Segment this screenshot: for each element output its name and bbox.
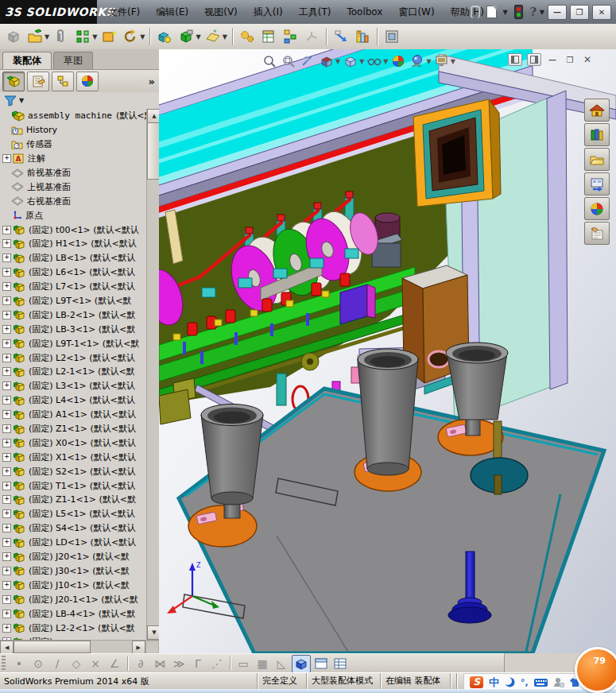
restore-button[interactable]: ❐ <box>570 5 589 20</box>
expand-plus-icon[interactable]: + <box>2 624 11 633</box>
line-tool-icon[interactable]: ∕ <box>48 656 66 672</box>
expand-plus-icon[interactable]: + <box>2 268 11 277</box>
filter-funnel-icon[interactable] <box>4 95 17 106</box>
expand-plus-icon[interactable]: + <box>2 495 11 504</box>
appearances-icon[interactable] <box>584 197 610 220</box>
tree-part-row[interactable]: + (固定) L2-2<1> (默认<默 <box>0 621 146 635</box>
interference-detection-icon[interactable] <box>331 26 351 47</box>
sogou-input-icon[interactable]: S <box>470 676 483 688</box>
bill-of-materials-icon[interactable] <box>258 26 279 47</box>
reference-geometry-caret-icon[interactable]: ▼ <box>223 33 227 41</box>
expand-plus-icon[interactable]: + <box>2 509 11 518</box>
tree-part-row[interactable]: + (固定) L5<1> (默认<默认 <box>0 507 146 521</box>
menu-item[interactable]: 插入(I) <box>246 3 291 21</box>
expand-plus-icon[interactable]: + <box>2 282 11 291</box>
exploded-view-icon[interactable] <box>280 26 300 47</box>
tree-part-row[interactable]: + (固定) X0<1> (默认<默认 <box>0 436 146 450</box>
tree-part-row[interactable]: + (固定) t00<1> (默认<默认 <box>0 223 146 237</box>
tree-part-row[interactable]: + (固定) L3<1> (默认<默认 <box>0 379 146 393</box>
expand-plus-icon[interactable]: + <box>2 453 11 462</box>
minimize-button[interactable]: — <box>548 5 567 20</box>
expand-plus-icon[interactable]: + <box>2 552 11 561</box>
menu-item[interactable]: 编辑(E) <box>148 3 196 21</box>
expand-plus-icon[interactable]: + <box>2 296 11 305</box>
new-document-caret-icon[interactable]: ▼ <box>502 9 507 16</box>
pane-right-icon[interactable] <box>527 53 541 66</box>
expand-plus-icon[interactable]: + <box>2 467 11 476</box>
menu-item[interactable]: 工具(T) <box>291 3 339 21</box>
expand-plus-icon[interactable]: + <box>2 339 11 348</box>
tab-sketch[interactable]: 草图 <box>53 52 93 69</box>
tree-part-row[interactable]: + (固定) LB-3<1> (默认<默 <box>0 322 146 336</box>
expand-plus-icon[interactable]: + <box>2 354 11 362</box>
explode-line-sketch-icon[interactable] <box>301 26 322 47</box>
new-motion-study-icon[interactable] <box>237 26 258 47</box>
performance-traffic-light-icon[interactable] <box>511 4 527 20</box>
tree-part-row[interactable]: + (固定) L4<1> (默认<默认 <box>0 393 146 408</box>
design-library-icon[interactable] <box>584 123 610 146</box>
rectangle-tool-icon[interactable]: ▭ <box>234 656 252 672</box>
tree-part-row[interactable]: + (固定) LB-4<1> (默认<默 <box>0 606 146 621</box>
assembly-visualization-icon[interactable]: ! <box>352 26 373 47</box>
trim-entities-icon[interactable]: × <box>87 656 104 672</box>
expand-plus-icon[interactable]: + <box>2 311 11 319</box>
display-style-icon[interactable] <box>342 52 359 70</box>
corner-tool-icon[interactable]: Γ <box>189 656 207 672</box>
moon-halfwidth-icon[interactable] <box>505 677 515 687</box>
expand-plus-icon[interactable]: + <box>2 538 11 547</box>
chinese-mode-icon[interactable]: 中 <box>489 676 499 690</box>
tree-part-row[interactable]: + (固定) J20-1<1> (默认<默 <box>0 592 146 606</box>
close-button[interactable]: ✕ <box>592 5 611 20</box>
punctuation-mode-icon[interactable]: °, <box>521 677 529 687</box>
tree-part-row[interactable]: + (固定) L7<1> (默认<默认 <box>0 280 146 294</box>
tree-item-top-plane[interactable]: 上视基准面 <box>0 180 146 194</box>
show-hidden-components-icon[interactable] <box>154 26 175 47</box>
apply-scene-caret-icon[interactable]: ▼ <box>426 58 431 65</box>
expand-plus-icon[interactable]: + <box>2 595 11 604</box>
menu-item[interactable]: Toolbox <box>339 3 390 21</box>
soft-keyboard-icon[interactable] <box>534 678 548 687</box>
tree-vertical-scrollbar[interactable]: ▲ ▼ <box>146 109 160 640</box>
assembly-features-caret-icon[interactable]: ▼ <box>196 33 200 41</box>
tree-item-annotations[interactable]: + A 注解 <box>0 152 146 166</box>
tree-part-row[interactable]: + (固定) S2<1> (默认<默认 <box>0 464 146 478</box>
circle-tool-icon[interactable]: ⊙ <box>29 656 47 672</box>
tree-part-row[interactable]: + (固定) Z1<1> (默认<默认 <box>0 422 146 436</box>
displaymanager-icon[interactable] <box>76 72 99 91</box>
windows-taskbar-sliver[interactable] <box>0 689 616 693</box>
expand-plus-icon[interactable]: + <box>2 410 11 419</box>
configurationmanager-icon[interactable] <box>52 72 74 91</box>
tree-part-row[interactable]: + (固定) LD<1> (默认<默认 <box>0 536 146 550</box>
hide-show-items-icon[interactable] <box>366 52 383 70</box>
expand-plus-icon[interactable]: + <box>2 396 11 405</box>
move-caret-icon[interactable]: ▼ <box>140 33 145 41</box>
reference-geometry-icon[interactable]: * <box>203 26 223 47</box>
shaded-view-button[interactable] <box>292 655 311 673</box>
hatch-tool-icon[interactable]: ▦ <box>254 656 271 672</box>
centerline-tool-icon[interactable]: ⋰ <box>208 656 226 672</box>
tree-item-sensors[interactable]: 传感器 <box>0 137 146 152</box>
tree-item-front-plane[interactable]: 前视基准面 <box>0 166 146 180</box>
scroll-thumb[interactable] <box>14 641 91 653</box>
tree-item-origin[interactable]: 原点 <box>0 208 146 223</box>
expand-plus-icon[interactable]: + <box>2 367 11 376</box>
tree-part-row[interactable]: + (固定) L2<1> (默认<默认 <box>0 350 146 365</box>
tree-item-history[interactable]: History <box>0 123 146 137</box>
pin-icon[interactable] <box>471 6 480 18</box>
point-tool-icon[interactable]: • <box>10 656 28 672</box>
pattern-caret-icon[interactable]: ▼ <box>92 33 97 41</box>
tree-part-row[interactable]: + (固定) S4<1> (默认<默认 <box>0 521 146 536</box>
zoom-to-area-icon[interactable] <box>280 52 297 70</box>
pane-left-icon[interactable] <box>508 53 522 66</box>
apply-scene-icon[interactable] <box>409 52 426 70</box>
propertymanager-icon[interactable] <box>27 72 49 91</box>
tree-part-row[interactable]: + (固定) J30<1> (默认<默 <box>0 564 146 579</box>
new-document-icon[interactable] <box>483 4 499 20</box>
expand-plus-icon[interactable]: + <box>2 524 11 532</box>
expand-plus-icon[interactable]: + <box>2 567 11 575</box>
tree-part-row[interactable]: + (固定) J10<1> (默认<默 <box>0 578 146 592</box>
featuremanager-tree-icon[interactable] <box>2 72 25 91</box>
table-view-button[interactable] <box>331 656 349 672</box>
expand-plus-icon[interactable]: + <box>2 226 11 234</box>
menu-item[interactable]: 视图(V) <box>196 3 246 21</box>
